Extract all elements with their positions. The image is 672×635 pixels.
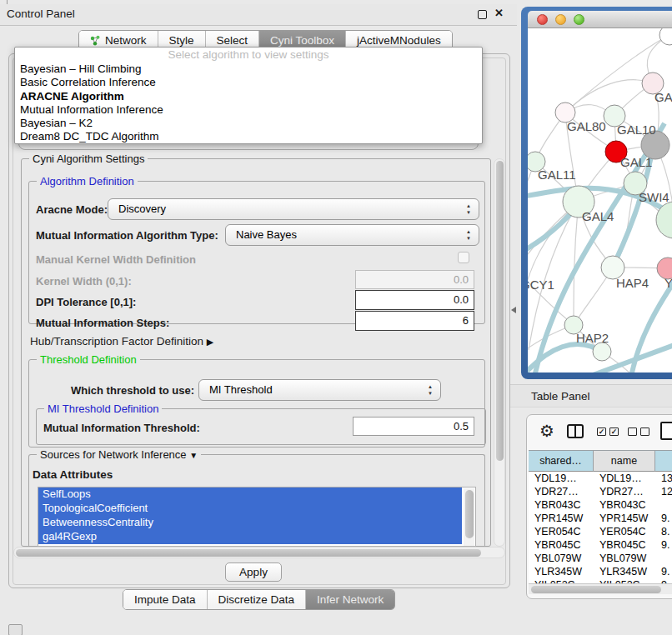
close-panel-icon[interactable]: ✕ (494, 7, 504, 19)
dpi-tolerance-value: 0.0 (454, 293, 469, 306)
mi-threshold-field[interactable]: 0.5 (353, 417, 474, 436)
deselect-all-checkbox-icon[interactable] (640, 428, 649, 436)
cyni-bottom-tabbar: Impute DataDiscretize DataInfer Network (123, 589, 395, 610)
algorithm-option-bayesian-k2[interactable]: Bayesian – K2 (15, 117, 482, 130)
table-cell: YER054C (534, 525, 581, 538)
hub-definition-label: Hub/Transcription Factor Definition (30, 335, 203, 348)
sources-toggle[interactable]: Sources for Network Inference ▼ (37, 448, 201, 462)
algorithm-option-mutual-information-inference[interactable]: Mutual Information Inference (15, 103, 482, 117)
collapsed-panel-icon[interactable] (8, 624, 23, 635)
control-panel-title: Control Panel (7, 8, 75, 20)
settings-horizontal-scrollbar-thumb[interactable] (16, 549, 481, 557)
apply-button[interactable]: Apply (225, 562, 282, 582)
mi-steps-value: 6 (463, 314, 469, 327)
table-row[interactable]: YBR043CYBR043C (529, 498, 672, 512)
sources-group: Sources for Network Inference ▼ Data Att… (28, 454, 485, 548)
which-threshold-combobox[interactable]: MI Threshold ▲▼ (198, 379, 441, 401)
algorithm-dropdown-popup: Select algorithm to view settings Bayesi… (14, 47, 483, 144)
table-row[interactable]: YPR145WYPR145W9. (529, 512, 672, 525)
attribute-item-betweennesscentrality[interactable]: BetweennessCentrality (38, 516, 462, 530)
select-all-checkbox-icon[interactable]: ✓ (597, 428, 606, 436)
table-cell: 9. (661, 538, 669, 552)
node-label-gal11: GAL11 (538, 168, 576, 182)
table-horizontal-scrollbar-thumb[interactable] (531, 586, 661, 593)
table-panel-header: Table Panel (510, 384, 672, 408)
table-row[interactable]: YDR27…YDR27…12 (529, 485, 672, 498)
tab-label: Discretize Data (218, 593, 295, 606)
manual-kernel-checkbox[interactable] (458, 252, 469, 263)
node-label-hap4: HAP4 (616, 276, 649, 290)
table-cell: 9. (661, 565, 669, 578)
attribute-item-topologicalcoefficient[interactable]: TopologicalCoefficient (38, 502, 462, 516)
algorithm-option-bayesian-hill-climbing[interactable]: Bayesian – Hill Climbing (15, 62, 482, 76)
minimize-window-icon[interactable] (555, 14, 566, 25)
table-row[interactable]: YER054CYER054C8. (529, 525, 672, 538)
mi-type-combobox[interactable]: Naive Bayes ▲▼ (225, 224, 479, 246)
table-cell: YDL19… (599, 472, 642, 485)
table-row[interactable]: YBL079WYBL079W (529, 552, 672, 565)
cyni-algorithm-settings-group: Cyni Algorithm Settings Algorithm Defini… (21, 158, 491, 547)
tab-label: Infer Network (317, 593, 384, 606)
algorithm-option-basic-correlation-inference[interactable]: Basic Correlation Inference (15, 76, 482, 89)
table-row[interactable]: YLR345WYLR345W9. (529, 565, 672, 578)
data-attributes-label: Data Attributes (33, 468, 113, 481)
attribute-item-selfloops[interactable]: SelfLoops (38, 488, 462, 502)
column-header-a[interactable]: A (655, 450, 672, 472)
control-panel-header: Control Panel ✕ (0, 4, 517, 26)
table-row[interactable]: YBR045CYBR045C9. (529, 538, 672, 552)
network-window-titlebar[interactable] (528, 11, 672, 28)
algorithm-definition-group: Algorithm Definition Aracne Mode: Discov… (28, 181, 485, 324)
tab-discretize-data[interactable]: Discretize Data (208, 590, 307, 609)
table-row[interactable]: YDL19…YDL19…13 (529, 472, 672, 485)
algorithm-option-aracne-algorithm[interactable]: ARACNE Algorithm (15, 90, 482, 103)
table-cell: YLR345W (599, 565, 647, 578)
network-node[interactable] (593, 342, 611, 361)
tab-label: Impute Data (134, 593, 196, 606)
attributes-scrollbar-thumb[interactable] (465, 490, 474, 538)
mi-threshold-label: Mutual Information Threshold: (43, 422, 200, 434)
mi-steps-field[interactable]: 6 (355, 311, 474, 331)
column-header-name[interactable]: name (594, 450, 655, 472)
table-cell: YBR045C (599, 538, 646, 552)
aracne-mode-label: Aracne Mode: (36, 203, 108, 216)
tab-infer-network[interactable]: Infer Network (306, 590, 394, 609)
float-panel-icon[interactable] (478, 10, 487, 19)
collapsed-arrow-icon: ▶ (207, 337, 213, 347)
threshold-definition-title: Threshold Definition (37, 353, 140, 366)
algorithm-option-dream8-dc-tdc-algorithm[interactable]: Dream8 DC_TDC Algorithm (15, 130, 482, 143)
mi-threshold-definition-title: MI Threshold Definition (44, 402, 162, 415)
threshold-definition-group: Threshold Definition Which threshold to … (28, 359, 485, 448)
table-cell: YBR043C (534, 498, 581, 512)
column-header-shared[interactable]: shared… (529, 450, 594, 472)
deselect-all-checkbox-icon[interactable] (628, 428, 637, 436)
mi-steps-label: Mutual Information Steps: (36, 317, 169, 329)
mi-threshold-value: 0.5 (454, 420, 469, 432)
panel-splitter-arrow[interactable] (511, 307, 516, 313)
attribute-item-gal4rgexp[interactable]: gal4RGexp (38, 530, 462, 544)
select-all-checkbox-icon[interactable]: ✓ (609, 428, 619, 436)
table-settings-gear-icon[interactable]: ⚙ (539, 421, 554, 441)
aracne-mode-combobox[interactable]: Discovery ▲▼ (108, 198, 479, 220)
node-label-gal10: GAL10 (617, 122, 656, 137)
sources-title: Sources for Network Inference (40, 448, 187, 461)
kernel-width-field[interactable]: 0.0 (355, 270, 474, 289)
export-table-icon[interactable] (660, 422, 672, 440)
dpi-tolerance-label: DPI Tolerance [0,1]: (36, 296, 136, 308)
table-horizontal-scrollbar (529, 583, 672, 594)
hub-definition-toggle[interactable]: Hub/Transcription Factor Definition ▶ (30, 335, 213, 348)
zoom-window-icon[interactable] (574, 14, 584, 25)
table-cell: YBL079W (534, 552, 581, 565)
dpi-tolerance-field[interactable]: 0.0 (355, 290, 474, 310)
table-cell: YBL079W (599, 552, 646, 565)
network-node[interactable] (659, 28, 672, 45)
data-attributes-list[interactable]: SelfLoopsTopologicalCoefficientBetweenne… (38, 487, 476, 547)
settings-group-title: Cyni Algorithm Settings (29, 152, 148, 165)
tab-impute-data[interactable]: Impute Data (123, 590, 208, 609)
column-layout-icon[interactable] (567, 424, 584, 438)
settings-vertical-scrollbar-thumb[interactable] (496, 161, 504, 461)
network-view-window: GALGAL80GAL10GAL1GAL11SWI4GAL4GCY1HAP4YH… (521, 7, 672, 379)
mi-type-value: Naive Bayes (236, 228, 297, 241)
table-cell: YBR045C (534, 538, 581, 552)
network-canvas[interactable]: GALGAL80GAL10GAL1GAL11SWI4GAL4GCY1HAP4YH… (528, 28, 672, 372)
close-window-icon[interactable] (537, 14, 548, 25)
